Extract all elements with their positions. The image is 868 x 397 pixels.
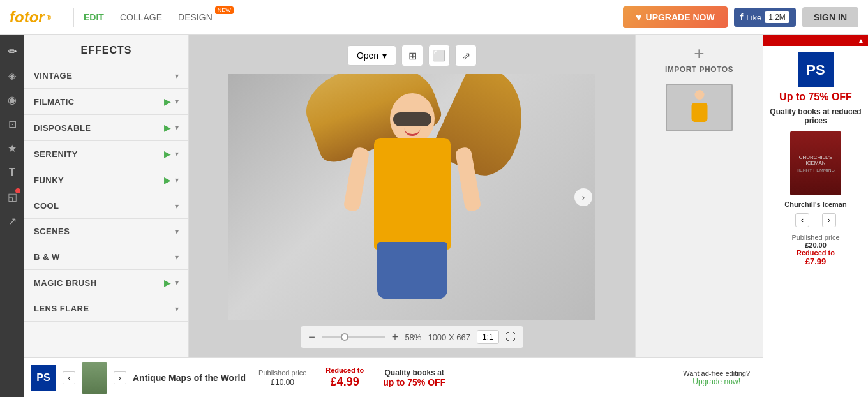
logo-text: fotor xyxy=(10,8,45,26)
effect-funky-label: FUNKY xyxy=(34,176,64,185)
canvas-height: 667 xyxy=(456,333,470,342)
banner-upgrade-section: Want ad-free editing? Upgrade now! xyxy=(677,370,756,386)
header-right: ♥ UPGRADE NOW f Like 1.2M SIGN IN xyxy=(623,6,858,28)
effect-magic-brush-label: MAGIC BRUSH xyxy=(34,278,97,288)
canvas-tool-share[interactable]: ⇗ xyxy=(455,45,477,66)
import-label: IMPORT PHOTOS xyxy=(665,65,733,74)
banner-book-title: Antique Maps of the World xyxy=(133,373,246,383)
effect-bw-chevron: ▾ xyxy=(175,253,179,262)
ad-panel: ▲ PS Up to 75% OFF Quality books at redu… xyxy=(763,35,868,397)
effect-scenes-label: SCENES xyxy=(34,227,70,236)
ratio-button[interactable]: 1:1 xyxy=(477,330,499,344)
ad-book-title: Churchill's Iceman xyxy=(763,198,868,210)
ad-reduced-label: Reduced to xyxy=(770,249,862,257)
open-arrow: ▾ xyxy=(382,50,387,61)
canvas-tool-crop[interactable]: ⬜ xyxy=(428,45,450,66)
logo[interactable]: fotor® xyxy=(10,8,51,26)
banner-upgrade-link[interactable]: Upgrade now! xyxy=(683,377,750,386)
canvas-next-chevron[interactable]: › xyxy=(574,188,592,206)
figure-sunglasses xyxy=(393,112,431,126)
tool-export[interactable]: ↗ xyxy=(3,211,22,230)
effect-lens-flare-chevron: ▾ xyxy=(175,304,179,313)
ad-next-button[interactable]: › xyxy=(822,213,836,227)
banner-quality-text: Quality books at xyxy=(385,368,444,377)
effect-funky-actions: ▶ ▾ xyxy=(164,175,179,185)
thumb-head xyxy=(694,90,704,100)
zoom-slider[interactable] xyxy=(322,336,385,338)
thumb-figure xyxy=(687,87,712,128)
dimensions-separator: X xyxy=(449,333,456,342)
image-canvas: › xyxy=(228,74,595,320)
tool-text[interactable]: T xyxy=(3,163,22,182)
effect-serenity-chevron: ▾ xyxy=(175,149,179,158)
tool-pencil[interactable]: ✏ xyxy=(3,41,22,61)
ad-published-label: Published price xyxy=(770,234,862,241)
zoom-in-button[interactable]: + xyxy=(392,331,399,344)
effect-filmatic[interactable]: FILMATIC ▶ ▾ xyxy=(24,89,188,115)
effect-filmatic-chevron: ▾ xyxy=(175,97,179,106)
canvas-tool-resize[interactable]: ⊞ xyxy=(401,45,423,66)
tool-mask[interactable]: ◱ xyxy=(3,187,22,206)
tool-star[interactable]: ★ xyxy=(3,139,22,158)
fullscreen-button[interactable]: ⛶ xyxy=(505,331,516,343)
header: fotor® EDIT COLLAGE DESIGN NEW ♥ UPGRADE… xyxy=(0,0,868,35)
effect-magic-brush[interactable]: MAGIC BRUSH ▶ ▾ xyxy=(24,270,188,296)
ad-prev-button[interactable]: ‹ xyxy=(795,213,809,227)
signin-button[interactable]: SIGN IN xyxy=(802,7,858,27)
banner-prev-button[interactable]: ‹ xyxy=(63,371,75,384)
effect-bw[interactable]: B & W ▾ xyxy=(24,244,188,270)
facebook-like-button[interactable]: f Like 1.2M xyxy=(734,8,796,27)
import-plus-icon: + xyxy=(694,45,704,63)
import-photos-button[interactable]: + IMPORT PHOTOS xyxy=(665,45,733,74)
effect-vintage[interactable]: VINTAGE ▾ xyxy=(24,63,188,89)
effect-cool-label: COOL xyxy=(34,201,59,211)
main-nav: EDIT COLLAGE DESIGN NEW xyxy=(84,9,241,26)
effect-funky[interactable]: FUNKY ▶ ▾ xyxy=(24,167,188,193)
effect-disposable[interactable]: DISPOSABLE ▶ ▾ xyxy=(24,115,188,141)
effect-lens-flare[interactable]: LENS FLARE ▾ xyxy=(24,296,188,322)
open-label: Open xyxy=(357,50,378,61)
banner-reduced-pricing: Reduced to £4.99 xyxy=(326,366,364,389)
ad-navigation: ‹ › xyxy=(763,210,868,230)
upgrade-label: UPGRADE NOW xyxy=(646,12,715,22)
canvas-toolbar: Open ▾ ⊞ ⬜ ⇗ xyxy=(347,45,477,66)
tool-fill[interactable]: ◈ xyxy=(3,66,22,85)
ad-published-price: £20.00 xyxy=(770,241,862,249)
banner-next-button[interactable]: › xyxy=(114,371,126,384)
ad-book-cover-image: CHURCHILL'S ICEMAN HENRY HEMMING xyxy=(790,151,841,176)
effect-serenity[interactable]: SERENITY ▶ ▾ xyxy=(24,141,188,167)
effect-scenes[interactable]: SCENES ▾ xyxy=(24,219,188,244)
zoom-bar: − + 58% 1000 X 667 1:1 ⛶ xyxy=(301,326,523,348)
ad-subtitle: Quality books at reduced prices xyxy=(763,104,868,128)
effect-serenity-premium: ▶ xyxy=(164,149,171,159)
effect-magic-brush-premium: ▶ xyxy=(164,278,171,288)
ad-top-bar: ▲ xyxy=(763,35,868,46)
open-button[interactable]: Open ▾ xyxy=(347,45,396,66)
ad-book-cover-author: HENRY HEMMING xyxy=(793,168,838,172)
nav-collage[interactable]: COLLAGE xyxy=(120,9,162,26)
ad-book-cover[interactable]: CHURCHILL'S ICEMAN HENRY HEMMING xyxy=(790,131,841,195)
photo-thumbnail[interactable] xyxy=(666,84,733,131)
nav-design[interactable]: DESIGN xyxy=(178,9,213,26)
effect-scenes-actions: ▾ xyxy=(175,227,179,236)
icon-toolbar: ✏ ◈ ◉ ⊡ ★ T ◱ ↗ xyxy=(0,35,24,397)
zoom-out-button[interactable]: − xyxy=(308,331,315,344)
bottom-banner: PS ‹ › Antique Maps of the World Publish… xyxy=(24,357,763,397)
tool-eye[interactable]: ◉ xyxy=(3,90,22,109)
effect-serenity-label: SERENITY xyxy=(34,149,78,159)
effect-funky-premium: ▶ xyxy=(164,175,171,185)
effect-disposable-label: DISPOSABLE xyxy=(34,123,91,133)
banner-book-info: Antique Maps of the World xyxy=(133,373,246,383)
effect-vintage-label: VINTAGE xyxy=(34,71,72,80)
upgrade-button[interactable]: ♥ UPGRADE NOW xyxy=(623,6,728,28)
nav-edit[interactable]: EDIT xyxy=(84,9,104,26)
effect-serenity-actions: ▶ ▾ xyxy=(164,149,179,159)
heart-icon: ♥ xyxy=(636,11,642,23)
effect-bw-label: B & W xyxy=(34,252,60,262)
effect-disposable-chevron: ▾ xyxy=(175,123,179,132)
effect-cool[interactable]: COOL ▾ xyxy=(24,193,188,219)
tool-crop[interactable]: ⊡ xyxy=(3,114,22,133)
tool-badge xyxy=(15,188,20,193)
effect-disposable-premium: ▶ xyxy=(164,123,171,133)
effect-lens-flare-label: LENS FLARE xyxy=(34,304,89,313)
